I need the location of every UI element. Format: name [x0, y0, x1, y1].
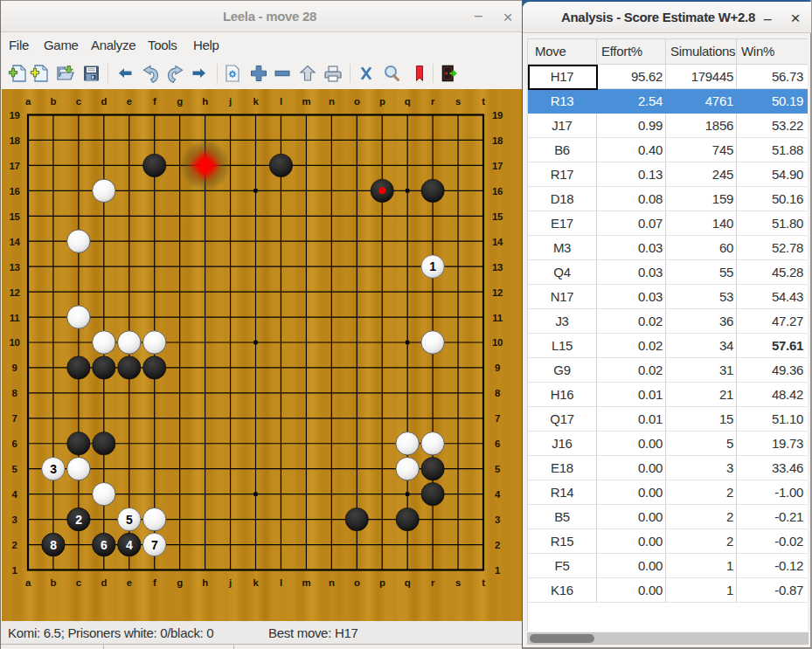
svg-text:2: 2: [75, 513, 82, 527]
svg-text:h: h: [202, 96, 208, 107]
svg-text:15: 15: [9, 211, 20, 222]
svg-text:f: f: [153, 96, 156, 107]
svg-text:r: r: [431, 577, 435, 588]
svg-text:f: f: [153, 577, 156, 588]
svg-text:b: b: [51, 96, 57, 107]
svg-text:h: h: [202, 577, 208, 588]
svg-text:l: l: [280, 577, 282, 588]
svg-text:10: 10: [9, 337, 19, 348]
svg-text:11: 11: [10, 313, 20, 323]
svg-text:18: 18: [9, 135, 19, 146]
svg-text:7: 7: [151, 538, 158, 552]
svg-text:12: 12: [492, 287, 503, 298]
svg-text:d: d: [101, 96, 107, 107]
svg-text:1: 1: [429, 259, 436, 273]
svg-text:2: 2: [11, 540, 17, 550]
svg-text:j: j: [228, 96, 232, 107]
svg-text:8: 8: [495, 388, 500, 398]
svg-text:p: p: [379, 96, 385, 107]
svg-text:4: 4: [11, 489, 17, 500]
svg-text:o: o: [354, 96, 360, 107]
svg-text:19: 19: [9, 110, 19, 121]
svg-text:c: c: [76, 577, 81, 588]
svg-text:19: 19: [492, 110, 503, 121]
svg-text:k: k: [253, 577, 259, 588]
svg-text:12: 12: [9, 287, 19, 298]
svg-text:a: a: [25, 577, 31, 588]
svg-text:6: 6: [11, 438, 17, 449]
svg-text:3: 3: [50, 462, 57, 476]
svg-text:5: 5: [495, 464, 501, 474]
svg-text:5: 5: [126, 513, 133, 527]
svg-text:k: k: [253, 96, 259, 107]
svg-text:10: 10: [492, 337, 503, 348]
svg-text:m: m: [302, 577, 310, 588]
svg-text:16: 16: [492, 186, 503, 197]
svg-text:r: r: [431, 96, 435, 107]
svg-text:p: p: [379, 577, 385, 588]
svg-text:s: s: [455, 96, 461, 107]
svg-text:q: q: [405, 577, 411, 588]
svg-text:8: 8: [50, 538, 57, 552]
svg-text:d: d: [101, 577, 107, 588]
svg-text:b: b: [51, 577, 57, 588]
svg-text:q: q: [405, 96, 411, 107]
svg-text:7: 7: [11, 413, 17, 424]
svg-text:o: o: [354, 577, 360, 588]
svg-text:8: 8: [11, 388, 17, 398]
svg-text:1: 1: [495, 565, 501, 576]
svg-text:14: 14: [9, 237, 20, 247]
svg-text:g: g: [177, 96, 183, 107]
svg-text:17: 17: [492, 161, 503, 171]
svg-text:13: 13: [9, 262, 19, 273]
svg-text:5: 5: [11, 464, 17, 474]
svg-text:j: j: [228, 577, 232, 588]
svg-text:s: s: [455, 577, 461, 588]
svg-text:3: 3: [11, 514, 17, 525]
svg-text:t: t: [482, 96, 485, 107]
svg-text:g: g: [177, 577, 183, 588]
svg-text:18: 18: [492, 135, 503, 146]
svg-text:6: 6: [101, 538, 108, 552]
svg-text:n: n: [329, 96, 335, 107]
svg-text:13: 13: [492, 262, 503, 273]
svg-text:e: e: [127, 96, 132, 107]
svg-text:l: l: [280, 96, 282, 107]
svg-text:4: 4: [126, 538, 133, 552]
svg-text:t: t: [482, 577, 485, 588]
svg-text:11: 11: [492, 313, 503, 323]
svg-text:7: 7: [495, 413, 500, 424]
svg-text:4: 4: [495, 489, 501, 500]
svg-text:15: 15: [492, 211, 503, 222]
svg-text:e: e: [127, 577, 132, 588]
svg-text:16: 16: [9, 186, 19, 197]
svg-text:17: 17: [9, 161, 19, 171]
svg-text:a: a: [25, 96, 31, 107]
svg-text:3: 3: [495, 514, 500, 525]
svg-text:n: n: [329, 577, 335, 588]
svg-text:1: 1: [11, 565, 17, 576]
svg-text:9: 9: [495, 362, 500, 373]
svg-text:2: 2: [495, 540, 500, 550]
svg-text:14: 14: [492, 237, 503, 247]
svg-text:6: 6: [495, 438, 500, 449]
svg-text:m: m: [302, 96, 310, 107]
svg-text:9: 9: [11, 362, 17, 373]
svg-text:c: c: [76, 96, 81, 107]
